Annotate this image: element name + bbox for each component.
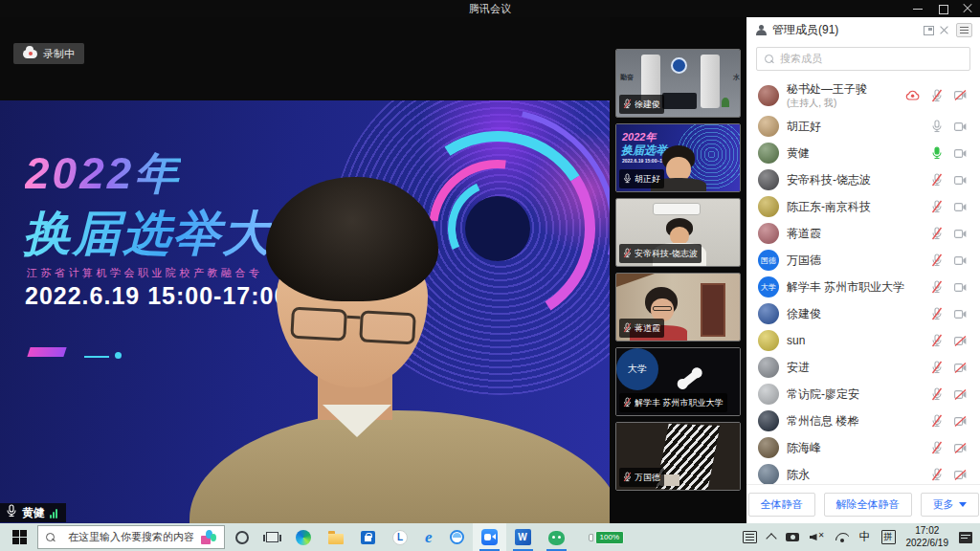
ime-pinyin-badge[interactable]: 拼	[881, 530, 896, 544]
member-status-icons	[931, 387, 967, 401]
member-search-input[interactable]: 搜索成员	[756, 47, 970, 71]
search-icon	[46, 533, 61, 542]
taskbar-icon-lenovo[interactable]: L	[384, 523, 416, 551]
unmute-all-button[interactable]: 解除全体静音	[824, 493, 912, 517]
video-thumbnail[interactable]: 万国德	[615, 422, 741, 491]
video-thumbnail[interactable]: 勤奋水徐建俊	[615, 49, 741, 118]
mic-icon[interactable]	[931, 280, 943, 294]
video-thumbnail[interactable]: 安帝科技-饶志波	[615, 198, 741, 267]
camera-icon[interactable]	[954, 363, 967, 373]
taskbar-icon-edge[interactable]	[287, 523, 320, 551]
member-row[interactable]: 秘书处—王子骏(主持人, 我)	[746, 77, 980, 113]
mic-icon[interactable]	[931, 361, 943, 374]
member-row[interactable]: 陈永	[746, 461, 980, 484]
avatar	[758, 330, 779, 351]
mic-icon[interactable]	[931, 468, 943, 481]
taskbar-icon-wechat[interactable]	[540, 523, 573, 551]
member-row[interactable]: sun	[746, 327, 980, 354]
mic-icon[interactable]	[931, 441, 943, 454]
member-row[interactable]: 徐建俊	[746, 300, 980, 327]
member-status-icons	[931, 414, 967, 428]
more-button[interactable]: 更多	[921, 493, 979, 517]
camera-icon[interactable]	[954, 90, 967, 100]
camera-icon[interactable]	[954, 282, 967, 293]
mic-icon[interactable]	[931, 334, 943, 347]
taskbar-icon-taskview[interactable]	[257, 523, 287, 551]
taskbar-icon-word[interactable]: W	[506, 523, 540, 551]
camera-icon[interactable]	[954, 175, 967, 186]
taskbar-icon-store[interactable]	[352, 523, 384, 551]
close-icon[interactable]	[963, 4, 972, 13]
member-text: 胡正好	[787, 119, 821, 135]
news-widget-icon[interactable]	[743, 531, 757, 543]
volume-muted-icon[interactable]	[810, 532, 825, 542]
mic-icon[interactable]	[931, 227, 943, 240]
video-thumbnail[interactable]: 蒋道霞	[615, 273, 741, 342]
mic-icon[interactable]	[931, 120, 943, 133]
member-name: 常访院-廖定安	[787, 386, 859, 403]
mic-icon[interactable]	[931, 307, 943, 320]
search-festive-icon	[201, 530, 216, 545]
member-row[interactable]: 陈海峰	[746, 434, 980, 461]
mic-icon[interactable]	[931, 200, 943, 213]
taskbar-icon-cortana[interactable]	[227, 523, 257, 551]
decor-plant	[722, 98, 729, 107]
camera-icon[interactable]	[954, 416, 967, 427]
mic-icon[interactable]	[931, 173, 943, 187]
taskbar-icon-ie[interactable]: e	[416, 523, 441, 551]
member-row[interactable]: 安进	[746, 354, 980, 381]
taskbar-icon-explorer[interactable]	[320, 523, 352, 551]
camera-icon[interactable]	[954, 443, 967, 453]
decor-ring-core	[465, 196, 530, 261]
active-speaker-video[interactable]: 2022年 换届选举大 江苏省计算机学会职业院校产教融合专 2022.6.19 …	[0, 100, 610, 523]
mic-icon	[623, 320, 632, 337]
mic-icon[interactable]	[931, 414, 943, 428]
avatar	[758, 143, 779, 164]
taskbar-search-input[interactable]: 在这里输入你要搜索的内容	[37, 525, 225, 549]
camera-icon[interactable]	[954, 309, 967, 320]
camera-icon[interactable]	[954, 121, 967, 132]
wifi-icon[interactable]	[835, 533, 849, 542]
member-row[interactable]: 安帝科技-饶志波	[746, 166, 980, 193]
member-row[interactable]: 陈正东-南京科技	[746, 193, 980, 220]
mic-icon[interactable]	[931, 387, 943, 401]
taskbar-clock[interactable]: 17:02 2022/6/19	[906, 525, 949, 549]
mic-icon[interactable]	[931, 253, 943, 267]
popout-icon[interactable]	[924, 26, 934, 35]
battery-indicator[interactable]: 100%	[589, 531, 624, 544]
member-row[interactable]: 蒋道霞	[746, 220, 980, 247]
mute-all-button[interactable]: 全体静音	[748, 493, 815, 517]
mic-icon[interactable]	[931, 146, 943, 160]
member-name: 徐建俊	[787, 306, 821, 322]
panel-menu-icon[interactable]	[956, 23, 972, 37]
member-row[interactable]: 常州信息 楼桦	[746, 408, 980, 434]
member-row[interactable]: 胡正好	[746, 113, 980, 140]
camera-icon[interactable]	[954, 148, 967, 159]
avatar: 国德	[758, 250, 779, 271]
taskbar-icon-browser[interactable]	[441, 523, 473, 551]
camera-icon[interactable]	[954, 202, 967, 212]
panel-close-icon[interactable]	[940, 26, 948, 34]
decor-cortana	[235, 531, 249, 544]
action-center-icon[interactable]	[959, 532, 972, 543]
member-row[interactable]: 黄健	[746, 140, 980, 166]
mic-icon[interactable]	[931, 89, 943, 102]
maximize-icon[interactable]	[938, 4, 947, 13]
member-text: 陈永	[787, 467, 810, 483]
camera-icon[interactable]	[954, 470, 967, 480]
camera-icon[interactable]	[954, 255, 967, 266]
member-row[interactable]: 大学解学丰 苏州市职业大学	[746, 274, 980, 300]
video-thumbnail[interactable]: 大学解学丰 苏州市职业大学	[615, 347, 741, 416]
camera-icon[interactable]	[954, 229, 967, 239]
video-thumbnail[interactable]: 2022年换届选举2022.6.19 15:00~17:0胡正好	[615, 123, 741, 192]
camera-icon[interactable]	[954, 336, 967, 346]
minimize-icon[interactable]	[913, 4, 923, 13]
taskbar-icon-meeting[interactable]	[473, 523, 506, 551]
language-indicator[interactable]: 中	[859, 529, 871, 545]
member-row[interactable]: 常访院-廖定安	[746, 381, 980, 408]
tray-chevron-up-icon[interactable]	[766, 533, 776, 543]
camera-icon[interactable]	[954, 389, 967, 400]
member-row[interactable]: 国德万国德	[746, 247, 980, 274]
start-button[interactable]	[4, 523, 35, 551]
camera-tray-icon[interactable]	[786, 533, 799, 541]
